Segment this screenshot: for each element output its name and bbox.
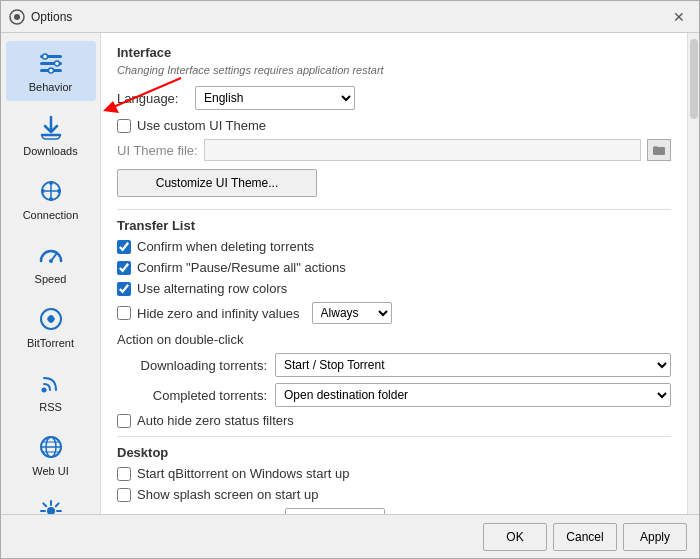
svg-point-14 — [49, 197, 53, 201]
action-double-click-label: Action on double-click — [117, 332, 671, 347]
sidebar-label-rss: RSS — [39, 401, 62, 413]
desktop-section-title: Desktop — [117, 445, 671, 460]
language-row: Language: English — [117, 86, 671, 110]
confirm-delete-label[interactable]: Confirm when deleting torrents — [137, 239, 314, 254]
divider-1 — [117, 209, 671, 210]
sidebar-item-behavior[interactable]: Behavior — [6, 41, 96, 101]
connection-icon — [37, 177, 65, 205]
auto-hide-checkbox[interactable] — [117, 414, 131, 428]
svg-point-20 — [41, 388, 46, 393]
sidebar-item-webui[interactable]: Web UI — [6, 425, 96, 485]
hide-zero-label[interactable]: Hide zero and infinity values — [137, 306, 300, 321]
confirm-pause-label[interactable]: Confirm "Pause/Resume all" actions — [137, 260, 346, 275]
downloading-torrents-select[interactable]: Start / Stop Torrent Open destination fo… — [275, 353, 671, 377]
alternating-rows-row: Use alternating row colors — [117, 281, 671, 296]
hide-zero-checkbox[interactable] — [117, 306, 131, 320]
completed-torrents-label: Completed torrents: — [117, 388, 267, 403]
scrollbar-thumb[interactable] — [690, 39, 698, 119]
theme-file-input[interactable] — [204, 139, 641, 161]
customize-theme-btn[interactable]: Customize UI Theme... — [117, 169, 317, 197]
svg-point-13 — [49, 181, 53, 185]
language-select[interactable]: English — [195, 86, 355, 110]
main-panel: Interface Changing Interface settings re… — [101, 33, 687, 514]
start-on-startup-row: Start qBittorrent on Windows start up — [117, 466, 671, 481]
start-on-startup-checkbox[interactable] — [117, 467, 131, 481]
advanced-icon — [37, 497, 65, 514]
svg-point-9 — [48, 68, 53, 73]
sidebar: Behavior Downloads — [1, 33, 101, 514]
downloading-torrents-label: Downloading torrents: — [117, 358, 267, 373]
rss-icon — [37, 369, 65, 397]
svg-point-1 — [14, 14, 20, 20]
always-select[interactable]: Always Never — [312, 302, 392, 324]
options-icon — [9, 9, 25, 25]
hide-zero-row: Hide zero and infinity values Always Nev… — [117, 302, 671, 324]
completed-torrents-select[interactable]: Open destination folder Start / Stop Tor… — [275, 383, 671, 407]
auto-hide-label[interactable]: Auto hide zero status filters — [137, 413, 294, 428]
custom-theme-label[interactable]: Use custom UI Theme — [137, 118, 266, 133]
confirm-pause-row: Confirm "Pause/Resume all" actions — [117, 260, 671, 275]
downloads-icon — [37, 113, 65, 141]
svg-point-8 — [54, 61, 59, 66]
interface-note: Changing Interface settings requires app… — [117, 64, 671, 76]
webui-icon — [37, 433, 65, 461]
start-on-startup-label[interactable]: Start qBittorrent on Windows start up — [137, 466, 349, 481]
close-button[interactable]: ✕ — [667, 5, 691, 29]
sidebar-label-downloads: Downloads — [23, 145, 77, 157]
window-body: Behavior Downloads — [1, 33, 699, 558]
completed-torrents-row: Completed torrents: Open destination fol… — [117, 383, 671, 407]
alternating-rows-label[interactable]: Use alternating row colors — [137, 281, 287, 296]
ok-button[interactable]: OK — [483, 523, 547, 551]
sidebar-item-speed[interactable]: Speed — [6, 233, 96, 293]
language-label: Language: — [117, 91, 187, 106]
alternating-rows-checkbox[interactable] — [117, 282, 131, 296]
speed-icon — [37, 241, 65, 269]
confirm-delete-row: Confirm when deleting torrents — [117, 239, 671, 254]
svg-point-12 — [57, 189, 61, 193]
svg-rect-27 — [653, 147, 665, 155]
scrollbar-track[interactable] — [687, 33, 699, 514]
show-splash-row: Show splash screen on start up — [117, 487, 671, 502]
content-area: Behavior Downloads — [1, 33, 699, 514]
svg-point-18 — [49, 259, 53, 263]
sidebar-label-bittorrent: BitTorrent — [27, 337, 74, 349]
svg-point-26 — [47, 507, 55, 514]
behavior-icon — [37, 49, 65, 77]
footer: OK Cancel Apply — [1, 514, 699, 558]
cancel-button[interactable]: Cancel — [553, 523, 617, 551]
options-window: Options ✕ Behavio — [0, 0, 700, 559]
sidebar-item-downloads[interactable]: Downloads — [6, 105, 96, 165]
confirm-delete-checkbox[interactable] — [117, 240, 131, 254]
titlebar: Options ✕ — [1, 1, 699, 33]
apply-button[interactable]: Apply — [623, 523, 687, 551]
sidebar-item-bittorrent[interactable]: BitTorrent — [6, 297, 96, 357]
divider-2 — [117, 436, 671, 437]
sidebar-label-behavior: Behavior — [29, 81, 72, 93]
svg-point-11 — [41, 189, 45, 193]
downloading-torrents-row: Downloading torrents: Start / Stop Torre… — [117, 353, 671, 377]
bittorrent-icon — [37, 305, 65, 333]
sidebar-item-connection[interactable]: Connection — [6, 169, 96, 229]
svg-point-7 — [42, 54, 47, 59]
window-title: Options — [31, 10, 661, 24]
show-splash-checkbox[interactable] — [117, 488, 131, 502]
folder-icon — [652, 144, 666, 156]
sidebar-item-rss[interactable]: RSS — [6, 361, 96, 421]
show-splash-label[interactable]: Show splash screen on start up — [137, 487, 318, 502]
theme-file-label: UI Theme file: — [117, 143, 198, 158]
use-custom-theme-checkbox[interactable] — [117, 119, 131, 133]
confirm-pause-checkbox[interactable] — [117, 261, 131, 275]
auto-hide-row: Auto hide zero status filters — [117, 413, 671, 428]
main-with-scroll: Interface Changing Interface settings re… — [101, 33, 699, 514]
sidebar-item-advanced[interactable]: Advanced — [6, 489, 96, 514]
sidebar-label-connection: Connection — [23, 209, 79, 221]
sidebar-label-speed: Speed — [35, 273, 67, 285]
interface-section-title: Interface — [117, 45, 671, 60]
theme-file-row: UI Theme file: — [117, 139, 671, 161]
transfer-list-section-title: Transfer List — [117, 218, 671, 233]
theme-file-browse-btn[interactable] — [647, 139, 671, 161]
custom-theme-row: Use custom UI Theme — [117, 118, 671, 133]
sidebar-label-webui: Web UI — [32, 465, 68, 477]
